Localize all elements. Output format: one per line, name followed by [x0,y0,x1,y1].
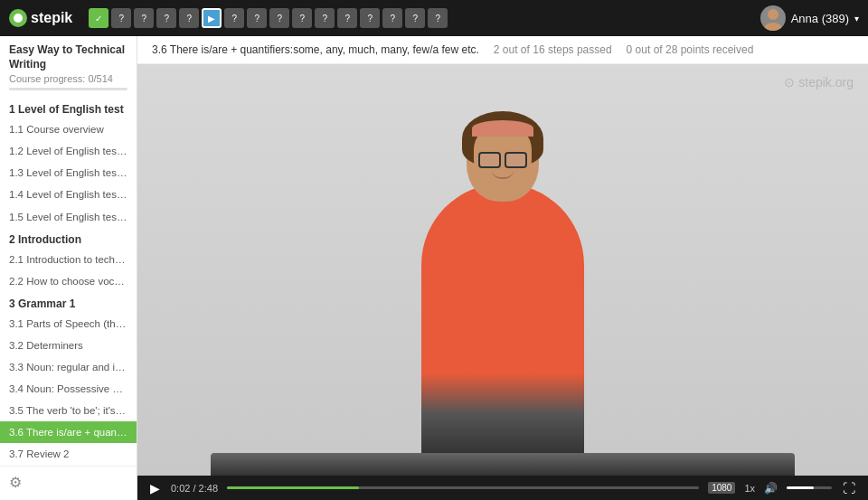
nav-step-4[interactable]: ? [156,8,176,28]
nav-step-13[interactable]: ? [360,8,380,28]
course-title: Easy Way to Technical Writing [0,36,137,73]
nav-step-5[interactable]: ? [179,8,199,28]
user-menu[interactable]: Anna (389) ▾ [760,5,859,31]
logo-text: stepik [31,10,72,26]
logo-icon [9,9,27,27]
sidebar-item[interactable]: 1.5 Level of English test: P... [0,206,137,228]
presenter-face [474,125,532,188]
volume-fill [787,486,814,489]
sidebar-item[interactable]: 1.1 Course overview [0,118,137,140]
video-watermark: ⊙ stepik.org [784,75,854,90]
nav-step-12[interactable]: ? [337,8,357,28]
settings-icon[interactable]: ⚙ [9,474,22,491]
presenter-body [421,184,584,455]
step-header: 3.6 There is/are + quantifiers:some, any… [137,36,868,64]
sidebar-item[interactable]: 2.2 How to choose vocab... [0,270,137,292]
steps-passed: 2 out of 16 steps passed [494,43,612,56]
volume-icon: 🔊 [764,482,778,495]
navbar: stepik ✓????▶?????????? Anna (389) ▾ [0,0,868,36]
section-header-3: 3 Grammar 1 [0,292,137,313]
step-buttons: ✓????▶?????????? [89,8,448,28]
glasses [478,152,527,168]
video-container[interactable]: ⊙ stepik.org [137,64,868,476]
volume-bar[interactable] [787,486,832,489]
presenter-head [467,120,539,202]
step-title: 3.6 There is/are + quantifiers:some, any… [152,43,479,56]
sidebar-item[interactable]: 3.7 Review 2 [0,443,137,465]
sidebar-item[interactable]: 1.2 Level of English test: P... [0,140,137,162]
laptop-base [211,453,795,476]
sidebar-item[interactable]: 3.4 Noun: Possessive Cas... [0,378,137,400]
smile [492,170,514,179]
progress-text: Course progress: 0/514 [0,73,137,86]
sidebar-item[interactable]: 3.6 There is/are + quantifi... [0,421,137,443]
nav-step-1[interactable]: ✓ [89,8,108,28]
logo[interactable]: stepik [9,9,72,27]
sidebar-item[interactable]: 3.2 Determiners [0,335,137,356]
nav-step-16[interactable]: ? [428,8,448,28]
sidebar-item[interactable]: 1.3 Level of English test: P... [0,162,137,184]
svg-point-0 [14,14,23,23]
sidebar: Easy Way to Technical Writing Course pro… [0,36,137,500]
sidebar-sections: 1 Level of English test1.1 Course overvi… [0,98,137,465]
sidebar-item[interactable]: 1.4 Level of English test: P... [0,184,137,205]
content-area: 3.6 There is/are + quantifiers:some, any… [137,36,868,500]
nav-step-2[interactable]: ? [111,8,131,28]
nav-step-15[interactable]: ? [405,8,425,28]
sidebar-footer: ⚙ [0,466,137,498]
headband [472,120,533,137]
play-button[interactable]: ▶ [148,481,162,495]
speed-badge[interactable]: 1x [744,483,755,494]
user-avatar [760,5,786,31]
nav-step-6[interactable]: ▶ [202,8,222,28]
video-player: ⊙ stepik.org [137,64,868,500]
sidebar-item[interactable]: 2.1 Introduction to technic... [0,249,137,270]
quality-badge[interactable]: 1080 [708,482,735,494]
nav-step-14[interactable]: ? [382,8,402,28]
section-header-2: 2 Introduction [0,228,137,249]
sidebar-item[interactable]: 3.1 Parts of Speech (their ... [0,313,137,335]
video-progress-fill [227,486,359,489]
nav-step-8[interactable]: ? [247,8,267,28]
progress-bar-wrap [0,86,137,98]
nav-step-3[interactable]: ? [134,8,154,28]
points-received: 0 out of 28 points received [627,43,754,56]
nav-step-7[interactable]: ? [224,8,244,28]
sidebar-item[interactable]: 3.5 The verb 'to be'; it's vs ... [0,400,137,421]
user-name: Anna (389) [791,12,849,25]
svg-point-2 [764,23,782,31]
time-display: 0:02 / 2:48 [171,483,218,494]
fullscreen-button[interactable]: ⛶ [841,481,857,495]
nav-step-11[interactable]: ? [315,8,335,28]
section-header-1: 1 Level of English test [0,98,137,118]
svg-point-1 [768,9,778,20]
video-controls: ▶ 0:02 / 2:48 1080 1x 🔊 ⛶ [137,476,868,501]
presenter-visual [302,85,703,455]
main-layout: Easy Way to Technical Writing Course pro… [0,36,868,500]
nav-step-9[interactable]: ? [269,8,289,28]
nav-step-10[interactable]: ? [292,8,312,28]
sidebar-item[interactable]: 3.3 Noun: regular and irre... [0,356,137,378]
user-chevron: ▾ [854,14,859,24]
video-progress-track[interactable] [227,486,699,489]
progress-bar-bg [9,88,127,90]
